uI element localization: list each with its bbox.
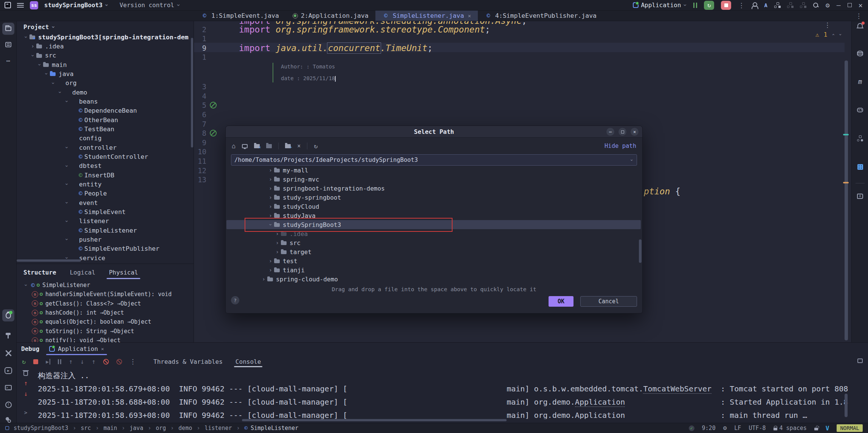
tab-simpleeventpublisher[interactable]: © 4:SimpleEventPublisher.java xyxy=(478,11,603,21)
chevron-collapsed-icon[interactable]: › xyxy=(274,240,281,245)
scroll-down-icon[interactable]: ↓ xyxy=(24,391,28,397)
tree-row-root[interactable]: ›studySpringBoot3 [springb-integration-d… xyxy=(17,33,194,42)
chevron-collapsed-icon[interactable]: › xyxy=(267,204,274,209)
caret-position[interactable]: 9:20 xyxy=(702,425,716,431)
chevron-expanded-icon[interactable]: › xyxy=(57,89,63,96)
close-tab-icon[interactable]: × xyxy=(468,13,471,19)
previous-problem-icon[interactable]: › xyxy=(831,33,836,36)
status-check-icon[interactable]: ✓ xyxy=(689,425,694,431)
window-minimize-button[interactable]: – xyxy=(837,1,841,9)
ok-button[interactable]: OK xyxy=(549,296,574,307)
structure-row-class[interactable]: › © SimpleListener xyxy=(17,281,194,290)
line-ending-indicator[interactable]: LF xyxy=(734,425,741,431)
dialog-tree-row[interactable]: ›my-mall xyxy=(226,166,641,175)
stop-icon[interactable] xyxy=(33,359,38,364)
hierarchy-tool-button[interactable] xyxy=(854,133,866,144)
dialog-tree-row[interactable]: ›src xyxy=(226,238,641,247)
cancel-button[interactable]: Cancel xyxy=(580,296,637,307)
help-button[interactable]: ? xyxy=(231,296,239,304)
notifications-tool-button[interactable] xyxy=(854,20,866,31)
chevron-expanded-icon[interactable]: › xyxy=(23,282,29,289)
more-actions-icon[interactable]: ⋮ xyxy=(130,358,136,365)
main-menu-icon[interactable] xyxy=(17,3,24,8)
bookmarks-tool-button[interactable] xyxy=(2,39,14,51)
debug-panel-title[interactable]: Debug xyxy=(21,345,39,352)
stop-button[interactable] xyxy=(721,1,731,10)
tree-row[interactable]: ›org xyxy=(17,79,194,88)
dialog-tree-row[interactable]: ›studyCloud xyxy=(226,202,641,211)
chevron-collapsed-icon[interactable]: › xyxy=(29,43,36,49)
tree-row[interactable]: ©People xyxy=(17,189,194,198)
tab-options-icon[interactable]: ⋮ xyxy=(856,12,862,20)
chevron-expanded-icon[interactable]: › xyxy=(64,144,70,151)
structure-panel-title[interactable]: Structure xyxy=(23,264,56,281)
chevron-expanded-icon[interactable]: › xyxy=(64,98,70,105)
structure-row-method[interactable]: mhashCode(): int →Object xyxy=(17,308,194,317)
dialog-tree-row[interactable]: ›test xyxy=(226,256,641,265)
dictionary-tool-button[interactable]: A xyxy=(854,191,866,202)
scroll-up-icon[interactable]: ↑ xyxy=(24,380,28,386)
inspections-widget[interactable]: ⚠ 1 › › xyxy=(815,31,842,38)
console-output[interactable]: 构造器注入 .. 2025-11-18T20:01:58.679+08:00 I… xyxy=(38,369,853,419)
project-selector[interactable]: studySpringBoot3 › xyxy=(44,2,108,9)
search-everywhere-icon[interactable] xyxy=(813,2,819,8)
breadcrumb-item[interactable]: org xyxy=(156,425,166,431)
tree-row[interactable]: ›java xyxy=(17,69,194,78)
chevron-collapsed-icon[interactable]: › xyxy=(267,168,274,173)
chevron-expanded-icon[interactable]: › xyxy=(23,34,29,40)
dialog-tree-row[interactable]: ›study-springboot xyxy=(226,193,641,202)
project-tool-button[interactable] xyxy=(2,23,14,35)
ideavim-icon[interactable]: V xyxy=(826,425,829,432)
project-panel-header[interactable]: Project › xyxy=(17,21,194,33)
version-control-menu[interactable]: Version control › xyxy=(119,2,180,9)
spring-bean-gutter-icon[interactable] xyxy=(210,130,217,137)
chevron-collapsed-icon[interactable]: › xyxy=(267,267,274,273)
chevron-expanded-icon[interactable]: › xyxy=(37,62,42,68)
code-with-me-icon[interactable] xyxy=(751,2,757,8)
reader-mode-icon[interactable]: ⚙ xyxy=(723,425,727,431)
breadcrumb-item[interactable]: main xyxy=(104,425,117,431)
close-tab-icon[interactable]: × xyxy=(101,346,104,352)
structure-row-method[interactable]: mequals(Object): boolean →Object xyxy=(17,317,194,326)
layout-settings-icon[interactable] xyxy=(857,359,863,363)
new-folder-icon[interactable]: + xyxy=(285,144,291,148)
chevron-expanded-icon[interactable]: › xyxy=(30,52,36,59)
debug-tool-button[interactable] xyxy=(2,309,14,321)
unlock-icon[interactable] xyxy=(814,428,818,430)
window-maximize-button[interactable] xyxy=(848,3,852,7)
breadcrumb-item[interactable]: SimpleListener xyxy=(251,425,298,431)
tree-row[interactable]: ›src xyxy=(17,51,194,60)
debug-session-tab[interactable]: Application × xyxy=(49,343,104,355)
pause-icon[interactable] xyxy=(693,3,697,8)
tree-row[interactable]: ©DependenceBean xyxy=(17,106,194,115)
hidden-files-folder-icon[interactable]: × xyxy=(254,144,260,148)
tree-row[interactable]: ›demo xyxy=(17,88,194,97)
dialog-title-bar[interactable]: Select Path – × xyxy=(226,126,642,138)
editor-scrollbar[interactable] xyxy=(845,61,848,340)
hide-path-link[interactable]: Hide path xyxy=(604,143,636,149)
pause-icon[interactable] xyxy=(58,359,61,364)
coverage-icon[interactable] xyxy=(800,2,806,8)
step-over-icon[interactable]: ↑ xyxy=(69,359,73,365)
tree-row[interactable]: ©TestBean xyxy=(17,124,194,133)
more-tool-windows-button[interactable]: ⋯ xyxy=(2,54,14,67)
chevron-expanded-icon[interactable]: › xyxy=(64,236,70,243)
encoding-indicator[interactable]: UTF-8 xyxy=(749,425,766,431)
console-vertical-scrollbar[interactable] xyxy=(845,394,848,417)
step-out-icon[interactable]: ↑ xyxy=(92,359,96,365)
tree-row[interactable]: ›beans xyxy=(17,97,194,106)
view-breakpoints-icon[interactable] xyxy=(103,359,109,365)
tree-row[interactable]: config xyxy=(17,134,194,143)
chevron-expanded-icon[interactable]: › xyxy=(64,200,70,206)
breadcrumb-item[interactable]: java xyxy=(130,425,143,431)
chevron-collapsed-icon[interactable]: › xyxy=(274,231,281,236)
chevron-collapsed-icon[interactable]: › xyxy=(267,213,274,218)
tab-console[interactable]: Console xyxy=(236,355,261,368)
tree-row[interactable]: ›event xyxy=(17,198,194,207)
chevron-expanded-icon[interactable]: › xyxy=(64,218,70,224)
run-configuration-selector[interactable]: Application › xyxy=(633,2,687,9)
database-tool-button[interactable] xyxy=(854,48,866,59)
chevron-expanded-icon[interactable]: › xyxy=(64,181,70,188)
tab-physical[interactable]: Physical xyxy=(109,264,138,281)
services-tool-button[interactable] xyxy=(2,347,14,359)
